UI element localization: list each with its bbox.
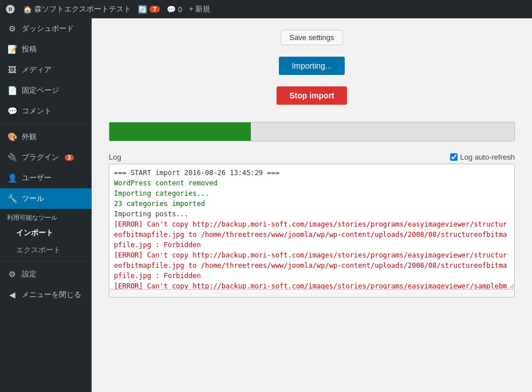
pages-icon: 📄 [7, 86, 17, 95]
plugins-badge: 3 [65, 155, 74, 161]
adminbar-site[interactable]: 🏠 森ソフトエクスポートテスト [23, 4, 131, 14]
log-label: Log [109, 153, 121, 161]
comments-sidebar-icon: 💬 [7, 106, 17, 116]
sidebar-item-users[interactable]: 👤 ユーザー [0, 168, 92, 188]
sidebar-settings-label: 設定 [22, 269, 37, 279]
sidebar-media-label: メディア [22, 65, 52, 75]
settings-icon: ⚙ [7, 270, 17, 279]
dashboard-icon: ⚙ [7, 24, 17, 33]
sidebar-item-media[interactable]: 🖼 メディア [0, 60, 92, 80]
admin-bar: 🏠 森ソフトエクスポートテスト 🔄 7 💬 0 + 新規 [0, 0, 532, 18]
sidebar-item-pages[interactable]: 📄 固定ページ [0, 80, 92, 101]
appearance-icon: 🎨 [7, 132, 17, 141]
sidebar-users-label: ユーザー [22, 173, 52, 183]
sidebar-item-export[interactable]: エクスポート [0, 241, 92, 259]
tools-icon: 🔧 [7, 194, 17, 203]
users-icon: 👤 [7, 173, 17, 183]
posts-icon: 📝 [7, 45, 17, 54]
plugins-icon: 🔌 [7, 153, 17, 162]
site-name: 森ソフトエクスポートテスト [34, 4, 131, 14]
sidebar-pages-label: 固定ページ [22, 85, 59, 96]
log-autorefresh-checkbox[interactable] [450, 153, 458, 161]
adminbar-new[interactable]: + 新規 [189, 4, 210, 14]
sidebar-appearance-label: 外観 [22, 132, 37, 142]
sidebar: ⚙ ダッシュボード 📝 投稿 🖼 メディア 📄 固定ページ 💬 コメント 🎨 外… [0, 18, 92, 392]
log-hscroll[interactable] [109, 290, 515, 298]
updates-icon: 🔄 [138, 5, 147, 14]
sidebar-item-comments[interactable]: 💬 コメント [0, 101, 92, 121]
import-label: インポート [16, 228, 53, 238]
sidebar-item-posts[interactable]: 📝 投稿 [0, 39, 92, 60]
progress-bar-container [109, 122, 515, 141]
sidebar-dashboard-label: ダッシュボード [22, 23, 74, 34]
log-header: Log Log auto-refresh [109, 153, 515, 161]
sidebar-item-dashboard[interactable]: ⚙ ダッシュボード [0, 18, 92, 39]
sidebar-item-appearance[interactable]: 🎨 外観 [0, 126, 92, 147]
sidebar-plugins-label: プラグイン [22, 152, 59, 163]
importing-button[interactable]: Importing... [279, 57, 344, 75]
log-autorefresh-control[interactable]: Log auto-refresh [450, 153, 515, 161]
log-output: === START import 2016-08-26 13:45:29 ===… [109, 164, 515, 290]
sidebar-comments-label: コメント [22, 106, 52, 116]
sidebar-item-tools[interactable]: 🔧 ツール [0, 188, 92, 209]
log-autorefresh-label: Log auto-refresh [460, 153, 515, 161]
sidebar-item-settings[interactable]: ⚙ 設定 [0, 264, 92, 284]
stop-import-button[interactable]: Stop import [277, 86, 347, 105]
home-icon: 🏠 [23, 5, 32, 14]
adminbar-comments[interactable]: 💬 0 [167, 5, 182, 14]
adminbar-updates[interactable]: 🔄 7 [138, 5, 160, 14]
close-menu-icon: ◀ [7, 290, 17, 299]
sidebar-tools-section-label: 利用可能なツール [0, 209, 92, 224]
updates-count: 7 [149, 6, 160, 13]
comments-icon: 💬 [167, 5, 176, 14]
sidebar-item-import[interactable]: インポート [0, 224, 92, 241]
media-icon: 🖼 [7, 65, 17, 74]
comments-count: 0 [178, 5, 182, 14]
sidebar-item-plugins[interactable]: 🔌 プラグイン 3 [0, 147, 92, 168]
sidebar-posts-label: 投稿 [22, 44, 37, 54]
sidebar-tools-label: ツール [22, 193, 44, 204]
export-label: エクスポート [16, 245, 61, 255]
sidebar-item-close-menu[interactable]: ◀ メニューを閉じる [0, 284, 92, 305]
progress-bar-fill [109, 122, 251, 141]
save-settings-button[interactable]: Save settings [281, 30, 342, 45]
wp-logo[interactable] [5, 3, 16, 15]
new-label: + 新規 [189, 4, 210, 14]
main-content: Save settings Importing... Stop import L… [92, 18, 532, 392]
sidebar-close-menu-label: メニューを閉じる [22, 290, 81, 300]
